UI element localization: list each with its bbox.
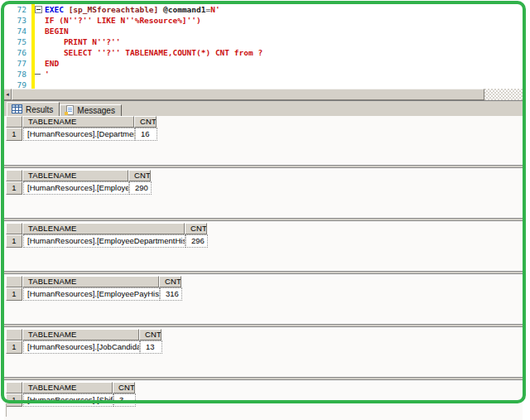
result-grid: TABLENAMECNT1[HumanResources].[EmployeeP…: [6, 276, 182, 301]
column-header-tablename[interactable]: TABLENAME: [22, 276, 159, 287]
outline-gutter: [31, 36, 45, 47]
column-header-tablename[interactable]: TABLENAME: [22, 170, 128, 181]
collapse-region-icon[interactable]: [35, 6, 42, 13]
resultset-separator[interactable]: [4, 271, 523, 274]
resultset-separator[interactable]: [4, 377, 523, 380]
line-number: 76: [4, 47, 31, 58]
column-header-cnt[interactable]: CNT: [128, 170, 151, 181]
result-grid: TABLENAMECNT1[HumanResources].[Employee]…: [6, 170, 152, 195]
clipped-grid-edge: [6, 403, 7, 417]
code-line[interactable]: 72EXEC [sp_MSforeachtable] @command1=N': [4, 4, 523, 15]
row-header[interactable]: 1: [6, 181, 22, 195]
result-grid: TABLENAMECNT1[HumanResources].[EmployeeD…: [6, 223, 208, 248]
grid-corner-cell[interactable]: [6, 382, 22, 393]
table-row: 1[HumanResources].[Shift]3: [6, 393, 136, 407]
code-line[interactable]: 79: [4, 80, 523, 89]
line-number: 75: [4, 36, 31, 47]
code-line[interactable]: 73IF (N''?'' LIKE N''%Resource%]''): [4, 15, 523, 26]
code-line[interactable]: 76 SELECT ''?'' TABLENAME,COUNT(*) CNT f…: [4, 47, 523, 58]
code-text: SELECT ''?'' TABLENAME,COUNT(*) CNT from…: [45, 47, 263, 58]
result-grid: TABLENAMECNT1[HumanResources].[Departmen…: [6, 116, 157, 141]
code-text: EXEC [sp_MSforeachtable] @command1=N': [45, 4, 220, 15]
line-number: 79: [4, 80, 31, 89]
code-editor[interactable]: 72EXEC [sp_MSforeachtable] @command1=N'7…: [4, 4, 523, 89]
cell-tablename[interactable]: [HumanResources].[EmployeePayHistory]: [23, 287, 160, 301]
grid-corner-cell[interactable]: [6, 276, 22, 287]
resultset-separator[interactable]: [4, 165, 523, 168]
results-tab-bar: Results Messages: [4, 101, 523, 116]
cell-tablename[interactable]: [HumanResources].[Department]: [23, 128, 135, 141]
table-row: 1[HumanResources].[JobCandidate]13: [6, 340, 162, 354]
code-text: BEGIN: [45, 26, 69, 36]
outline-gutter: [31, 4, 45, 15]
tab-messages[interactable]: Messages: [60, 104, 122, 116]
resultset-separator[interactable]: [4, 324, 523, 327]
row-header[interactable]: 1: [6, 340, 22, 354]
code-text: IF (N''?'' LIKE N''%Resource%]''): [45, 15, 201, 26]
code-text: ': [45, 69, 50, 80]
column-header-cnt[interactable]: CNT: [139, 329, 161, 340]
messages-page-icon: [65, 105, 74, 117]
grid-corner-cell[interactable]: [6, 329, 22, 340]
scrollbar-track[interactable]: [484, 89, 523, 100]
cell-tablename[interactable]: [HumanResources].[Shift]: [23, 393, 113, 407]
cell-cnt[interactable]: 13: [140, 340, 162, 354]
grid-corner-cell[interactable]: [6, 116, 22, 128]
code-line[interactable]: 74BEGIN: [4, 26, 523, 36]
resultset-separator[interactable]: [4, 218, 523, 221]
code-line[interactable]: 75 PRINT N''?'': [4, 36, 523, 47]
column-header-tablename[interactable]: TABLENAME: [22, 329, 139, 340]
code-line[interactable]: 77END: [4, 58, 523, 69]
results-grid-icon: [12, 104, 22, 115]
cell-cnt[interactable]: 16: [135, 128, 157, 141]
cell-tablename[interactable]: [HumanResources].[Employee]: [23, 181, 129, 195]
results-pane: TABLENAMECNT1[HumanResources].[Departmen…: [4, 116, 523, 420]
column-header-cnt[interactable]: CNT: [185, 223, 207, 234]
table-row: 1[HumanResources].[Department]16: [6, 128, 157, 141]
ssms-query-window: 72EXEC [sp_MSforeachtable] @command1=N'7…: [0, 0, 530, 420]
cell-cnt[interactable]: 290: [129, 181, 152, 195]
code-text: END: [45, 58, 59, 69]
cell-cnt[interactable]: 3: [113, 393, 136, 407]
row-header[interactable]: 1: [6, 128, 22, 141]
tab-messages-label: Messages: [77, 106, 115, 115]
scroll-left-arrow-icon[interactable]: ◂: [4, 89, 12, 100]
outline-gutter: [31, 58, 45, 69]
outline-gutter: [31, 47, 45, 58]
row-header[interactable]: 1: [6, 393, 22, 407]
grid-corner-cell[interactable]: [6, 170, 22, 181]
editor-horizontal-scrollbar[interactable]: ◂: [4, 89, 523, 100]
grid-corner-cell[interactable]: [6, 223, 22, 234]
line-number: 78: [4, 69, 31, 80]
code-text: PRINT N''?'': [45, 36, 121, 47]
scrollbar-thumb[interactable]: [12, 89, 484, 100]
column-header-cnt[interactable]: CNT: [159, 276, 181, 287]
column-header-tablename[interactable]: TABLENAME: [22, 223, 185, 234]
column-header-tablename[interactable]: TABLENAME: [22, 382, 113, 393]
table-row: 1[HumanResources].[EmployeePayHistory]31…: [6, 287, 182, 301]
cell-cnt[interactable]: 316: [160, 287, 182, 301]
column-header-cnt[interactable]: CNT: [113, 382, 135, 393]
tab-results[interactable]: Results: [7, 102, 60, 116]
row-header[interactable]: 1: [6, 234, 22, 248]
result-grid: TABLENAMECNT1[HumanResources].[JobCandid…: [6, 329, 162, 354]
column-header-cnt[interactable]: CNT: [134, 116, 157, 128]
line-number: 77: [4, 58, 31, 69]
outline-gutter: [31, 15, 45, 26]
cell-tablename[interactable]: [HumanResources].[JobCandidate]: [23, 340, 140, 354]
outline-gutter: [31, 80, 45, 89]
tab-results-label: Results: [26, 105, 53, 114]
result-grid: TABLENAMECNT1[HumanResources].[Shift]3: [6, 382, 136, 407]
cell-cnt[interactable]: 296: [186, 234, 208, 248]
region-end-icon: [33, 74, 41, 75]
line-number: 74: [4, 26, 31, 36]
outline-gutter: [31, 26, 45, 36]
row-header[interactable]: 1: [6, 287, 22, 301]
code-line[interactable]: 78': [4, 69, 523, 80]
column-header-tablename[interactable]: TABLENAME: [22, 116, 134, 128]
outline-gutter: [31, 69, 45, 80]
line-number: 72: [4, 4, 31, 15]
table-row: 1[HumanResources].[Employee]290: [6, 181, 152, 195]
cell-tablename[interactable]: [HumanResources].[EmployeeDepartmentHist…: [23, 234, 186, 248]
line-number: 73: [4, 15, 31, 26]
